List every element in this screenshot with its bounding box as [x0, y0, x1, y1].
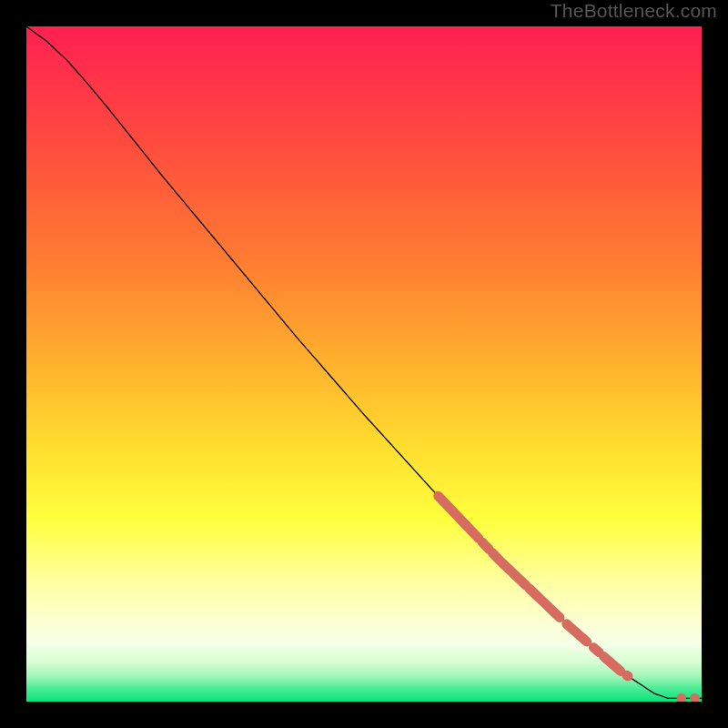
highlight-segment [627, 675, 628, 676]
chart-background [26, 26, 702, 702]
chart-svg [26, 26, 702, 702]
chart-plot-area [26, 26, 702, 702]
highlight-segment [593, 648, 599, 652]
highlight-segment [482, 542, 489, 550]
chart-frame: TheBottleneck.com [0, 0, 728, 728]
watermark-text: TheBottleneck.com [551, 0, 717, 22]
